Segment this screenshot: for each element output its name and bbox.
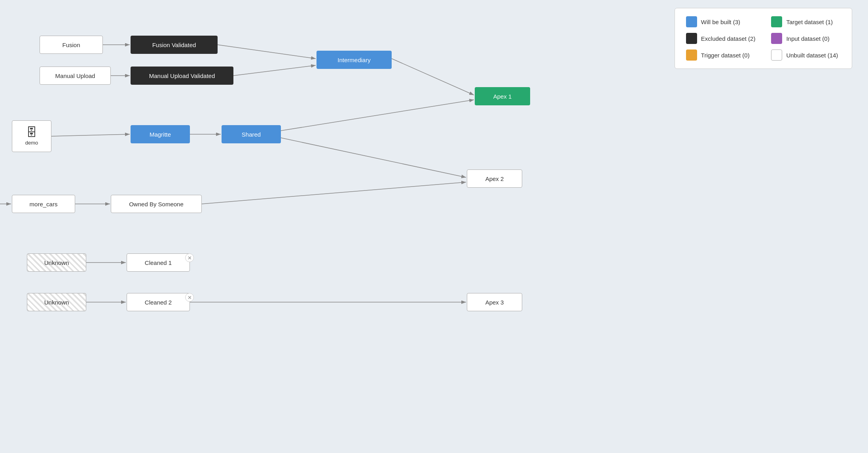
- legend-label-target: Target dataset (1): [786, 19, 833, 25]
- legend-swatch-green: [771, 16, 782, 27]
- node-cleaned2[interactable]: Cleaned 2: [127, 293, 190, 311]
- database-icon: 🗄: [26, 127, 37, 138]
- node-intermediary[interactable]: Intermediary: [316, 51, 392, 69]
- legend-item-trigger: Trigger dataset (0): [686, 49, 756, 61]
- legend-swatch-orange: [686, 49, 697, 61]
- legend-swatch-white: [771, 49, 782, 61]
- legend-item-excluded: Excluded dataset (2): [686, 33, 756, 44]
- node-cleaned1[interactable]: Cleaned 1: [127, 253, 190, 272]
- legend-item-will-be-built: Will be built (3): [686, 16, 756, 27]
- legend-label-input: Input dataset (0): [786, 35, 829, 42]
- legend-item-target: Target dataset (1): [771, 16, 841, 27]
- svg-line-3: [218, 45, 316, 59]
- node-unknown2[interactable]: Unknown: [27, 293, 86, 311]
- svg-line-6: [281, 100, 474, 131]
- node-unknown1[interactable]: Unknown: [27, 253, 86, 272]
- legend-item-unbuilt: Unbuilt dataset (14): [771, 49, 841, 61]
- node-owned-by-someone[interactable]: Owned By Someone: [111, 195, 202, 213]
- legend-swatch-purple: [771, 33, 782, 44]
- node-shared[interactable]: Shared: [222, 125, 281, 143]
- exclude-badge-cleaned2: ✕: [185, 293, 194, 302]
- legend-swatch-dark: [686, 33, 697, 44]
- svg-line-7: [51, 134, 130, 136]
- node-apex1[interactable]: Apex 1: [475, 87, 530, 105]
- node-magritte[interactable]: Magritte: [131, 125, 190, 143]
- legend-item-input: Input dataset (0): [771, 33, 841, 44]
- node-manual-upload-validated[interactable]: Manual Upload Validated: [131, 67, 233, 85]
- node-demo[interactable]: 🗄 demo: [12, 120, 51, 152]
- exclude-badge-cleaned1: ✕: [185, 253, 194, 262]
- legend-panel: Will be built (3) Target dataset (1) Exc…: [675, 8, 852, 69]
- node-apex3[interactable]: Apex 3: [467, 293, 522, 311]
- node-more-cars[interactable]: more_cars: [12, 195, 75, 213]
- svg-line-5: [392, 59, 474, 95]
- node-fusion[interactable]: Fusion: [40, 36, 103, 54]
- diagram-canvas: Fusion Fusion Validated Manual Upload Ma…: [0, 0, 868, 453]
- legend-label-excluded: Excluded dataset (2): [701, 35, 756, 42]
- node-manual-upload[interactable]: Manual Upload: [40, 67, 111, 85]
- legend-swatch-blue: [686, 16, 697, 27]
- legend-label-trigger: Trigger dataset (0): [701, 52, 750, 59]
- svg-line-9: [281, 138, 466, 177]
- legend-label-unbuilt: Unbuilt dataset (14): [786, 52, 838, 59]
- legend-label-will-be-built: Will be built (3): [701, 19, 740, 25]
- node-fusion-validated[interactable]: Fusion Validated: [131, 36, 218, 54]
- svg-line-10: [202, 182, 466, 204]
- svg-line-4: [233, 65, 316, 76]
- node-apex2[interactable]: Apex 2: [467, 169, 522, 188]
